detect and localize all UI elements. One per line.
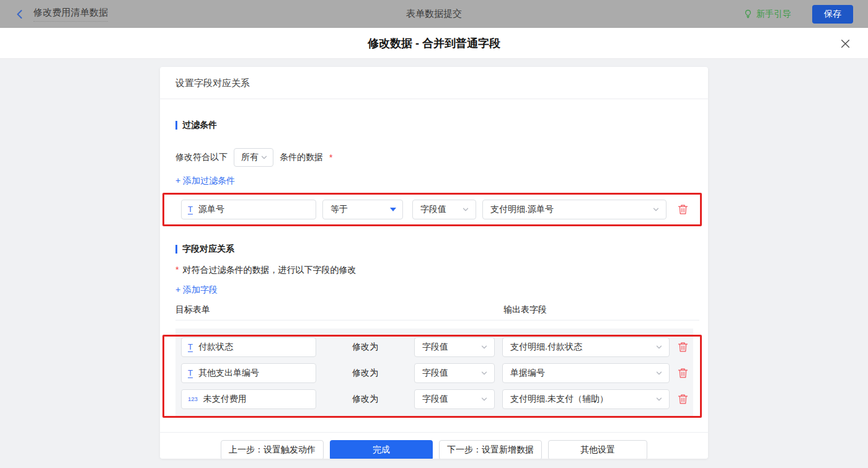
settings-card: 设置字段对应关系 过滤条件 修改符合以下 所有 条件的数据 * + 添加过滤条件…: [160, 67, 708, 459]
number-field-type-icon: 123: [188, 396, 198, 402]
mapping-section-title: 字段对应关系: [175, 244, 699, 255]
delete-row-button[interactable]: [678, 342, 688, 353]
chevron-down-icon: [655, 395, 663, 403]
page-title: 表单数据提交: [0, 8, 868, 20]
beginner-guide-label: 新手引导: [756, 9, 791, 20]
modify-to-label: 修改为: [316, 394, 414, 405]
target-field-input[interactable]: T 付款状态: [181, 337, 316, 357]
done-button[interactable]: 完成: [330, 440, 433, 459]
target-field-input[interactable]: 123 未支付费用: [181, 389, 316, 409]
filter-section-title: 过滤条件: [175, 120, 699, 131]
filter-field-input[interactable]: T 源单号: [181, 200, 316, 219]
filter-field-value: 源单号: [198, 204, 224, 215]
modify-to-label: 修改为: [316, 342, 414, 353]
value-type-select[interactable]: 字段值: [414, 337, 495, 357]
topbar: 表单数据提交 修改费用清单数据 新手引导 保存: [0, 0, 868, 28]
text-field-type-icon: T: [188, 205, 193, 214]
chevron-down-icon: [480, 343, 488, 351]
match-prefix-label: 修改符合以下: [175, 152, 228, 163]
beginner-guide-button[interactable]: 新手引导: [743, 9, 791, 20]
target-field-value: 付款状态: [198, 342, 233, 353]
target-field-value: 未支付费用: [203, 394, 247, 405]
mapping-rows-panel: T 付款状态 修改为 字段值 支付明细.付款状态: [175, 329, 693, 416]
chevron-left-icon[interactable]: [15, 9, 25, 19]
chevron-down-icon: [655, 369, 663, 377]
accent-bar: [175, 245, 177, 254]
modal-title: 修改数据 - 合并到普通字段: [368, 36, 500, 51]
mapping-row: T 其他支出单编号 修改为 字段值 单据编号: [181, 363, 693, 383]
delete-condition-button[interactable]: [678, 204, 688, 215]
card-footer: 上一步：设置触发动作 完成 下一步：设置新增数据 其他设置: [160, 432, 708, 459]
modal-body: 设置字段对应关系 过滤条件 修改符合以下 所有 条件的数据 * + 添加过滤条件…: [0, 59, 868, 459]
chevron-down-icon: [462, 206, 469, 213]
accent-bar: [175, 121, 177, 130]
delete-row-button[interactable]: [678, 368, 688, 379]
modal-header: 修改数据 - 合并到普通字段: [0, 28, 868, 59]
match-suffix-label: 条件的数据: [280, 152, 323, 163]
back-button[interactable]: 修改费用清单数据: [15, 7, 108, 22]
filter-condition-row: T 源单号 等于 字段值 支付明细.源单号: [175, 200, 699, 219]
mapping-section: 字段对应关系 * 对符合过滤条件的数据，进行以下字段的修改 + 添加字段 目标表…: [160, 244, 708, 416]
card-title: 设置字段对应关系: [160, 67, 708, 99]
modify-to-label: 修改为: [316, 368, 414, 379]
chevron-down-icon: [480, 369, 488, 377]
other-settings-button[interactable]: 其他设置: [548, 440, 647, 459]
value-type-value: 字段值: [420, 204, 446, 215]
required-asterisk: *: [175, 265, 179, 275]
add-filter-condition-link[interactable]: + 添加过滤条件: [175, 174, 235, 187]
match-mode-value: 所有: [241, 152, 259, 163]
value-type-select[interactable]: 字段值: [414, 363, 495, 383]
mapping-row: T 付款状态 修改为 字段值 支付明细.付款状态: [181, 337, 693, 357]
text-field-type-icon: T: [188, 343, 193, 352]
output-field-select[interactable]: 支付明细.付款状态: [502, 337, 670, 357]
required-asterisk: *: [329, 152, 332, 162]
compare-value: 支付明细.源单号: [490, 204, 554, 215]
mapping-description: * 对符合过滤条件的数据，进行以下字段的修改: [175, 265, 699, 276]
mapping-column-headers: 目标表单 输出表字段: [175, 304, 699, 320]
add-field-link[interactable]: + 添加字段: [175, 283, 218, 296]
target-field-input[interactable]: T 其他支出单编号: [181, 363, 316, 383]
lightbulb-icon: [743, 9, 753, 19]
close-icon[interactable]: [838, 37, 852, 50]
delete-row-button[interactable]: [678, 394, 688, 405]
chevron-down-icon: [480, 395, 488, 403]
output-field-select[interactable]: 单据编号: [502, 363, 670, 383]
match-mode-select[interactable]: 所有: [234, 148, 273, 167]
text-field-type-icon: T: [188, 369, 193, 378]
chevron-down-icon: [260, 154, 268, 161]
value-type-select[interactable]: 字段值: [414, 389, 495, 409]
output-field-select[interactable]: 支付明细.未支付（辅助）: [502, 389, 670, 409]
column-output-field: 输出表字段: [503, 304, 547, 316]
chevron-down-icon: [655, 343, 663, 351]
value-type-select[interactable]: 字段值: [412, 200, 476, 219]
match-condition-row: 修改符合以下 所有 条件的数据 *: [175, 148, 699, 167]
target-field-value: 其他支出单编号: [198, 368, 259, 379]
chevron-down-icon: [652, 206, 660, 213]
operator-value: 等于: [330, 204, 348, 215]
mapping-row: 123 未支付费用 修改为 字段值 支付明细.未支付（辅助）: [181, 389, 693, 409]
operator-select[interactable]: 等于: [322, 200, 403, 219]
compare-value-select[interactable]: 支付明细.源单号: [482, 200, 666, 219]
prev-step-button[interactable]: 上一步：设置触发动作: [221, 440, 324, 459]
caret-down-filled-icon: [390, 208, 396, 211]
next-step-button[interactable]: 下一步：设置新增数据: [439, 440, 542, 459]
column-target-form: 目标表单: [175, 304, 503, 316]
filter-section: 过滤条件 修改符合以下 所有 条件的数据 * + 添加过滤条件 T 源单号 等于: [160, 120, 708, 219]
save-button[interactable]: 保存: [812, 5, 853, 24]
workflow-title[interactable]: 修改费用清单数据: [33, 7, 108, 22]
